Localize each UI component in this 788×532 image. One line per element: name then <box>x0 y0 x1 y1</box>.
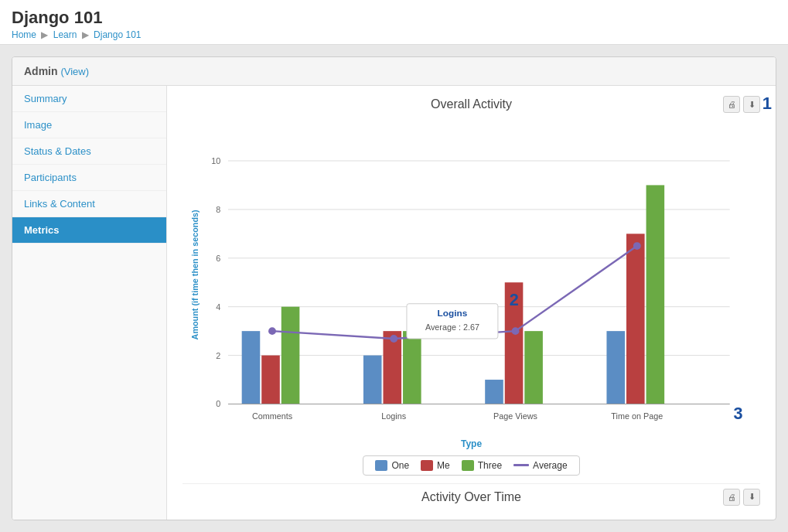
breadcrumb: Home ▶ Learn ▶ Django 101 <box>12 29 776 40</box>
svg-text:4: 4 <box>216 302 220 312</box>
x-label-pageviews: Page Views <box>493 411 537 421</box>
bar-comments-one <box>242 331 261 404</box>
download-button[interactable]: ⬇ <box>743 96 760 113</box>
bar-comments-me <box>261 356 280 404</box>
legend-me-label: Me <box>437 460 450 471</box>
svg-text:0: 0 <box>216 399 220 408</box>
svg-text:Amount (if time then in second: Amount (if time then in seconds) <box>190 210 200 339</box>
chart1-svg: Amount (if time then in seconds) 10 8 6 … <box>183 115 760 435</box>
main-container: Admin (View) Summary Image Status & Date… <box>12 56 776 520</box>
sidebar: Summary Image Status & Dates Participant… <box>12 86 167 520</box>
chart1-title-row: Overall Activity 🖨 ⬇ 1 <box>183 97 760 111</box>
legend-one: One <box>375 460 409 471</box>
sidebar-item-metrics[interactable]: Metrics <box>12 217 166 244</box>
admin-bar: Admin (View) <box>12 57 776 86</box>
layout: Summary Image Status & Dates Participant… <box>12 86 776 520</box>
legend-wrapper: One Me Three Average <box>183 455 760 476</box>
sidebar-item-status-dates[interactable]: Status & Dates <box>12 138 166 165</box>
breadcrumb-learn[interactable]: Learn <box>53 29 77 40</box>
chart2-title: Activity Over Time <box>183 490 760 504</box>
sidebar-item-summary[interactable]: Summary <box>12 86 166 112</box>
print-button-2[interactable]: 🖨 <box>723 489 740 506</box>
svg-text:8: 8 <box>216 205 220 214</box>
chart1-container: Overall Activity 🖨 ⬇ 1 Amount (if time t… <box>183 97 760 476</box>
tooltip-avg-label: Average : 2.67 <box>425 322 479 332</box>
svg-text:10: 10 <box>211 156 220 165</box>
legend-three-label: Three <box>478 460 502 471</box>
legend-one-color <box>375 460 387 471</box>
legend-three-color <box>462 460 474 471</box>
content-area: Overall Activity 🖨 ⬇ 1 Amount (if time t… <box>167 86 776 520</box>
view-link[interactable]: (View) <box>60 66 89 77</box>
download-button-2[interactable]: ⬇ <box>743 489 760 506</box>
breadcrumb-django101[interactable]: Django 101 <box>94 29 141 40</box>
bar-timeonpage-me <box>626 234 645 404</box>
bar-timeonpage-one <box>606 331 625 404</box>
legend-three: Three <box>462 460 502 471</box>
bar-logins-one <box>363 356 382 404</box>
admin-label: Admin <box>24 65 58 77</box>
bar-comments-three <box>281 307 300 404</box>
avg-dot-3 <box>512 327 520 335</box>
legend-me: Me <box>421 460 450 471</box>
chart2-title-row: Activity Over Time 🖨 ⬇ <box>183 490 760 504</box>
bar-timeonpage-three <box>646 185 665 404</box>
x-axis-label: Type <box>183 438 760 449</box>
bar-pageviews-three <box>524 331 543 404</box>
breadcrumb-sep-1: ▶ <box>41 29 48 40</box>
tooltip-label: Logins <box>438 308 468 318</box>
sidebar-item-image[interactable]: Image <box>12 112 166 138</box>
sidebar-item-participants[interactable]: Participants <box>12 165 166 191</box>
legend-average: Average <box>513 460 567 471</box>
chart1-icons: 🖨 ⬇ <box>723 96 760 113</box>
breadcrumb-home[interactable]: Home <box>12 29 36 40</box>
legend-me-color <box>421 460 433 471</box>
annotation-2: 2 <box>510 290 519 309</box>
legend: One Me Three Average <box>363 455 579 476</box>
annotation-1: 1 <box>762 94 772 114</box>
page-title: Django 101 <box>12 8 776 28</box>
chart1-title: Overall Activity <box>183 97 760 111</box>
chart2-icons: 🖨 ⬇ <box>723 489 760 506</box>
legend-avg-label: Average <box>533 460 567 471</box>
sidebar-item-links-content[interactable]: Links & Content <box>12 191 166 217</box>
breadcrumb-sep-2: ▶ <box>82 29 89 40</box>
svg-text:2: 2 <box>216 351 220 360</box>
svg-text:6: 6 <box>216 254 220 263</box>
avg-dot-2 <box>390 335 397 343</box>
page-header: Django 101 Home ▶ Learn ▶ Django 101 <box>0 0 788 45</box>
chart2-container: Activity Over Time 🖨 ⬇ <box>183 483 760 504</box>
chart1-wrapper: Amount (if time then in seconds) 10 8 6 … <box>183 115 760 449</box>
print-button[interactable]: 🖨 <box>723 96 740 113</box>
bar-pageviews-one <box>485 380 503 404</box>
avg-dot-1 <box>268 327 276 335</box>
x-label-timeonpage: Time on Page <box>611 411 663 421</box>
legend-one-label: One <box>391 460 409 471</box>
bar-logins-three <box>403 331 421 404</box>
x-label-logins: Logins <box>381 411 406 421</box>
avg-dot-4 <box>633 242 641 250</box>
x-label-comments: Comments <box>252 411 293 421</box>
annotation-3: 3 <box>734 404 743 423</box>
legend-avg-line <box>513 464 529 466</box>
